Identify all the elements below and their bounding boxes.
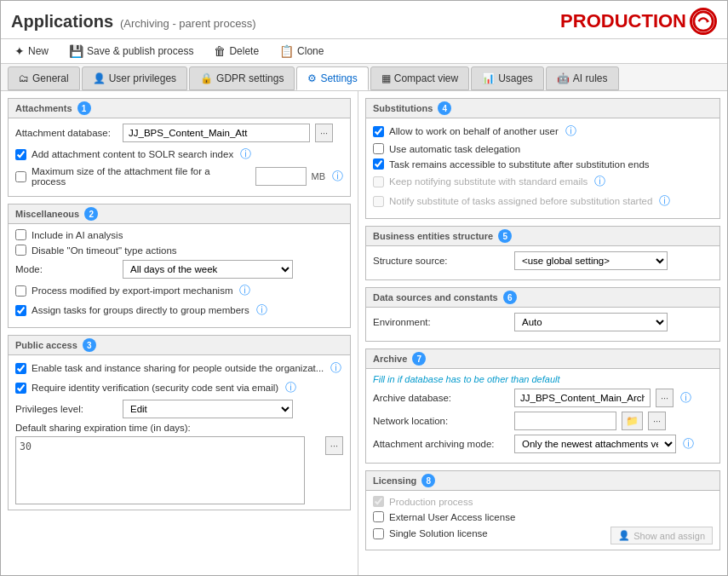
archive-database-info-icon[interactable]: ⓘ <box>680 390 691 406</box>
single-solution-row: Single Solution license 👤 Show and assig… <box>373 527 713 544</box>
sharing-expiration-textarea[interactable] <box>15 436 305 504</box>
left-panel: Attachments 1 Attachment database: ··· A… <box>1 91 358 575</box>
compact-icon: ▦ <box>381 72 391 84</box>
environment-select[interactable]: Auto Development Production <box>514 313 668 331</box>
process-modified-info-icon[interactable]: ⓘ <box>239 283 250 298</box>
attachment-database-more-button[interactable]: ··· <box>315 124 333 142</box>
keep-notifying-checkbox[interactable] <box>373 176 384 187</box>
folder-button[interactable]: 📁 <box>622 412 643 430</box>
max-size-info-icon[interactable]: ⓘ <box>332 169 343 184</box>
general-icon: 🗂 <box>19 72 29 84</box>
miscellaneous-body: Include in AI analysis Disable "On timeo… <box>9 224 350 327</box>
business-entities-section: Business entities structure 5 Structure … <box>365 226 720 280</box>
data-sources-header: Data sources and constants 6 <box>366 288 719 308</box>
keep-notifying-info-icon[interactable]: ⓘ <box>594 174 605 189</box>
structure-source-select[interactable]: <use global setting> Custom <box>514 251 668 270</box>
clone-button[interactable]: 📋 Clone <box>276 43 327 60</box>
substitutions-section: Substitutions 4 Allow to work on behalf … <box>365 98 720 219</box>
attachment-archiving-row: Attachment archiving mode: Only the newe… <box>373 435 713 453</box>
new-button[interactable]: ✦ New <box>11 43 52 60</box>
tab-user-privileges[interactable]: 👤 User privileges <box>82 66 187 90</box>
tab-gdpr-settings[interactable]: 🔒 GDPR settings <box>189 66 295 90</box>
tab-ai-rules[interactable]: 🤖 AI rules <box>546 66 619 90</box>
sharing-expiration-more-button[interactable]: ··· <box>325 436 343 455</box>
use-automatic-row: Use automatic task delegation <box>373 143 713 154</box>
main-content: Attachments 1 Attachment database: ··· A… <box>1 91 727 575</box>
gdpr-icon: 🔒 <box>200 72 213 84</box>
clone-icon: 📋 <box>279 44 294 58</box>
external-user-checkbox[interactable] <box>373 511 384 522</box>
archive-database-more-button[interactable]: ··· <box>656 389 674 407</box>
app-title: Applications <box>11 12 113 32</box>
business-entities-header: Business entities structure 5 <box>366 227 719 246</box>
archive-database-input[interactable] <box>514 389 651 407</box>
enable-sharing-row: Enable task and instance sharing for peo… <box>15 360 343 376</box>
mode-select[interactable]: All days of the week Working days only C… <box>123 260 293 279</box>
attachment-archiving-info-icon[interactable]: ⓘ <box>683 436 694 452</box>
miscellaneous-badge: 2 <box>84 207 98 221</box>
allow-work-behalf-info-icon[interactable]: ⓘ <box>565 124 576 139</box>
attachments-header: Attachments 1 <box>9 99 350 118</box>
enable-sharing-info-icon[interactable]: ⓘ <box>330 360 341 376</box>
tab-settings[interactable]: ⚙ Settings <box>296 66 368 90</box>
public-access-header: Public access 3 <box>9 336 350 355</box>
allow-work-behalf-checkbox[interactable] <box>373 126 384 137</box>
use-automatic-checkbox[interactable] <box>373 143 384 154</box>
delete-icon: 🗑 <box>214 44 226 58</box>
business-entities-badge: 5 <box>498 229 512 243</box>
business-entities-body: Structure source: <use global setting> C… <box>366 246 719 279</box>
archive-hint: Fill in if database has to be other than… <box>373 374 713 384</box>
assign-tasks-row: Assign tasks for groups directly to grou… <box>15 302 343 318</box>
privileges-select[interactable]: Edit View Comment <box>123 400 293 418</box>
tab-general[interactable]: 🗂 General <box>8 66 80 90</box>
privileges-row: Privileges level: Edit View Comment <box>15 400 343 418</box>
attachments-body: Attachment database: ··· Add attachment … <box>9 118 350 196</box>
substitutions-body: Allow to work on behalf of another user … <box>366 118 719 218</box>
assign-tasks-checkbox[interactable] <box>15 305 26 316</box>
public-access-badge: 3 <box>83 338 96 352</box>
process-modified-checkbox[interactable] <box>15 285 26 297</box>
max-size-checkbox[interactable] <box>15 171 26 182</box>
tabs-bar: 🗂 General 👤 User privileges 🔒 GDPR setti… <box>1 64 727 91</box>
task-remains-checkbox[interactable] <box>373 158 384 170</box>
add-solr-info-icon[interactable]: ⓘ <box>240 147 251 162</box>
disable-timeout-row: Disable "On timeout" type actions <box>15 245 343 256</box>
delete-button[interactable]: 🗑 Delete <box>210 43 262 60</box>
attachment-archiving-select[interactable]: Only the newest attachments version All … <box>514 435 676 453</box>
attachments-section: Attachments 1 Attachment database: ··· A… <box>8 98 351 197</box>
substitutions-badge: 4 <box>438 101 451 115</box>
archive-header: Archive 7 <box>366 349 719 369</box>
notify-substitute-row: Notify substitute of tasks assigned befo… <box>373 193 713 209</box>
require-verification-checkbox[interactable] <box>15 383 26 394</box>
save-publish-button[interactable]: 💾 Save & publish process <box>66 43 197 60</box>
archive-section: Archive 7 Fill in if database has to be … <box>365 348 720 464</box>
settings-icon: ⚙ <box>307 72 317 84</box>
allow-work-behalf-row: Allow to work on behalf of another user … <box>373 124 713 139</box>
licensing-badge: 8 <box>421 474 435 487</box>
enable-sharing-checkbox[interactable] <box>15 363 26 374</box>
production-badge: PRODUCTION <box>560 8 717 35</box>
notify-substitute-checkbox[interactable] <box>373 196 384 207</box>
ai-icon: 🤖 <box>557 72 570 84</box>
network-location-more-button[interactable]: ··· <box>648 412 666 430</box>
require-verification-info-icon[interactable]: ⓘ <box>285 380 296 395</box>
mode-row: Mode: All days of the week Working days … <box>15 260 343 279</box>
tab-compact-view[interactable]: ▦ Compact view <box>370 66 469 90</box>
archive-badge: 7 <box>412 352 426 366</box>
add-solr-row: Add attachment content to SOLR search in… <box>15 147 343 162</box>
assign-tasks-info-icon[interactable]: ⓘ <box>256 302 267 318</box>
max-size-input[interactable] <box>255 167 307 186</box>
process-modified-row: Process modified by export-import mechan… <box>15 283 343 298</box>
tab-usages[interactable]: 📊 Usages <box>471 66 544 90</box>
add-solr-checkbox[interactable] <box>15 149 26 160</box>
notify-substitute-info-icon[interactable]: ⓘ <box>659 193 670 209</box>
production-process-checkbox[interactable] <box>373 496 384 507</box>
network-location-input[interactable] <box>514 412 616 430</box>
user-icon: 👤 <box>93 72 106 84</box>
ai-analysis-checkbox[interactable] <box>15 229 26 240</box>
attachments-badge: 1 <box>77 101 91 115</box>
attachment-database-input[interactable] <box>123 124 310 142</box>
disable-timeout-checkbox[interactable] <box>15 245 26 256</box>
show-assign-button[interactable]: 👤 Show and assign <box>610 527 713 544</box>
single-solution-checkbox[interactable] <box>373 528 384 539</box>
